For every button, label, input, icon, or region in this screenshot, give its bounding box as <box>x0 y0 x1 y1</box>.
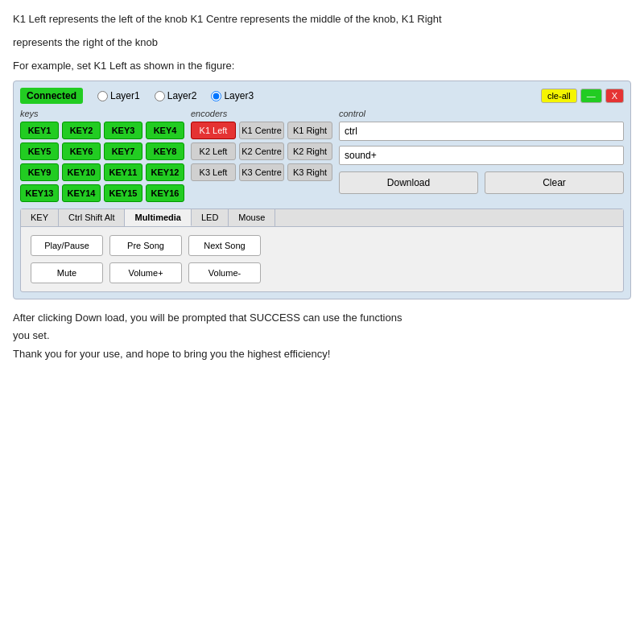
layer2-radio[interactable]: Layer2 <box>155 90 197 101</box>
key-button-key16[interactable]: KEY16 <box>146 184 184 202</box>
key-button-key4[interactable]: KEY4 <box>146 122 184 139</box>
key-button-key15[interactable]: KEY15 <box>104 184 142 202</box>
keys-grid: KEY1KEY2KEY3KEY4KEY5KEY6KEY7KEY8KEY9KEY1… <box>20 122 184 202</box>
ctrl-input[interactable] <box>339 122 624 141</box>
encoder-button-0[interactable]: K1 Left <box>191 122 236 139</box>
minimize-button[interactable]: — <box>580 89 602 103</box>
intro-line2: represents the right of the knob <box>13 35 631 52</box>
layer2-input[interactable] <box>155 91 165 101</box>
tab-content: Play/PausePre SongNext Song MuteVolume+V… <box>21 227 623 291</box>
tab-led[interactable]: LED <box>192 209 229 226</box>
control-buttons: Download Clear <box>339 171 624 194</box>
close-button[interactable]: X <box>605 89 624 103</box>
top-right-buttons: cle-all — X <box>541 89 624 103</box>
mm-button-volume-[interactable]: Volume- <box>188 262 261 283</box>
layer3-label: Layer3 <box>224 90 254 101</box>
top-bar: Connected Layer1 Layer2 Layer3 cle-all —… <box>20 88 624 104</box>
key-button-key3[interactable]: KEY3 <box>104 122 142 139</box>
mm-button-mute[interactable]: Mute <box>31 262 103 283</box>
mm-button-playpause[interactable]: Play/Pause <box>31 235 103 256</box>
control-inputs <box>339 122 624 165</box>
control-section: control Download Clear <box>339 109 624 202</box>
key-button-key14[interactable]: KEY14 <box>62 184 101 202</box>
footer-line3: Thank you for your use, and hope to brin… <box>13 345 631 363</box>
layer1-label: Layer1 <box>110 90 140 101</box>
main-sections: keys KEY1KEY2KEY3KEY4KEY5KEY6KEY7KEY8KEY… <box>20 109 624 202</box>
sound-input[interactable] <box>339 146 624 165</box>
intro-line3: For example, set K1 Left as shown in the… <box>13 58 631 75</box>
encoder-button-3[interactable]: K2 Left <box>191 142 236 160</box>
encoder-button-4[interactable]: K2 Centre <box>239 142 284 160</box>
mm-button-next-song[interactable]: Next Song <box>188 235 261 256</box>
layer1-radio[interactable]: Layer1 <box>97 90 140 101</box>
layer2-label: Layer2 <box>167 90 197 101</box>
clear-button[interactable]: Clear <box>485 171 624 194</box>
encoder-button-5[interactable]: K2 Right <box>287 142 332 160</box>
key-button-key13[interactable]: KEY13 <box>20 184 59 202</box>
tabs-area: KEYCtrl Shift AltMultimediaLEDMouse Play… <box>20 208 624 292</box>
connected-badge: Connected <box>20 88 83 104</box>
download-button[interactable]: Download <box>339 171 478 194</box>
multimedia-buttons: Play/PausePre SongNext Song MuteVolume+V… <box>31 235 613 283</box>
key-button-key9[interactable]: KEY9 <box>20 163 59 181</box>
cle-all-button[interactable]: cle-all <box>541 89 577 103</box>
key-button-key11[interactable]: KEY11 <box>104 163 142 181</box>
key-button-key2[interactable]: KEY2 <box>62 122 101 139</box>
tab-multimedia[interactable]: Multimedia <box>125 209 191 226</box>
key-button-key5[interactable]: KEY5 <box>20 142 59 160</box>
multimedia-row1: Play/PausePre SongNext Song <box>31 235 613 256</box>
tab-key[interactable]: KEY <box>21 209 59 226</box>
encoder-button-6[interactable]: K3 Left <box>191 163 236 181</box>
footer-line1: After clicking Down load, you will be pr… <box>13 309 631 327</box>
encoder-button-7[interactable]: K3 Centre <box>239 163 284 181</box>
tabs-row: KEYCtrl Shift AltMultimediaLEDMouse <box>21 209 623 227</box>
encoders-label: encoders <box>191 109 332 118</box>
encoders-grid: K1 LeftK1 CentreK1 RightK2 LeftK2 Centre… <box>191 122 332 181</box>
key-button-key8[interactable]: KEY8 <box>146 142 184 160</box>
tab-ctrl-shift-alt[interactable]: Ctrl Shift Alt <box>59 209 125 226</box>
control-label: control <box>339 109 624 118</box>
layer3-radio[interactable]: Layer3 <box>211 90 254 101</box>
keys-label: keys <box>20 109 184 118</box>
encoder-button-1[interactable]: K1 Centre <box>239 122 284 139</box>
key-button-key7[interactable]: KEY7 <box>104 142 142 160</box>
key-button-key6[interactable]: KEY6 <box>62 142 101 160</box>
layer-radios: Layer1 Layer2 Layer3 <box>97 90 541 101</box>
intro-line1: K1 Left represents the left of the knob … <box>13 11 631 28</box>
keys-section: keys KEY1KEY2KEY3KEY4KEY5KEY6KEY7KEY8KEY… <box>20 109 184 202</box>
multimedia-row2: MuteVolume+Volume- <box>31 262 613 283</box>
mm-button-pre-song[interactable]: Pre Song <box>109 235 182 256</box>
mm-button-volume+[interactable]: Volume+ <box>109 262 182 283</box>
encoder-button-8[interactable]: K3 Right <box>287 163 332 181</box>
layer1-input[interactable] <box>97 91 108 101</box>
footer: After clicking Down load, you will be pr… <box>13 309 631 362</box>
footer-line2: you set. <box>13 327 631 345</box>
tab-mouse[interactable]: Mouse <box>229 209 275 226</box>
key-button-key1[interactable]: KEY1 <box>20 122 59 139</box>
key-button-key10[interactable]: KEY10 <box>62 163 101 181</box>
encoder-button-2[interactable]: K1 Right <box>287 122 332 139</box>
app-container: Connected Layer1 Layer2 Layer3 cle-all —… <box>13 80 631 299</box>
key-button-key12[interactable]: KEY12 <box>146 163 184 181</box>
encoders-section: encoders K1 LeftK1 CentreK1 RightK2 Left… <box>191 109 332 202</box>
layer3-input[interactable] <box>211 91 221 101</box>
